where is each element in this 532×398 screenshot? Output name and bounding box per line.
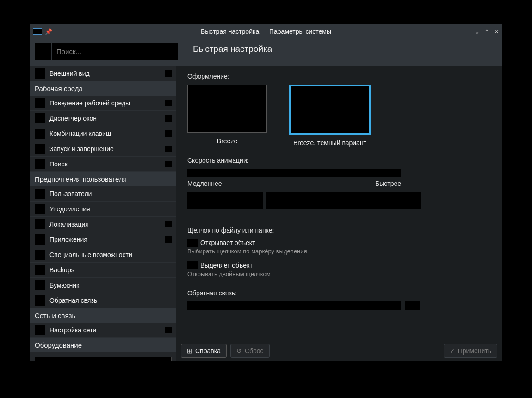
chevron-right-icon	[165, 236, 172, 243]
chevron-right-icon	[165, 130, 172, 137]
sidebar-item-label: Пользователи	[49, 190, 172, 197]
sidebar-item-label: Приложения	[49, 236, 161, 243]
apply-button[interactable]: ✓ Применить	[444, 344, 497, 358]
chevron-right-icon	[165, 115, 172, 122]
category-icon	[35, 129, 45, 139]
sidebar-item[interactable]: Локализация	[30, 217, 176, 232]
click-label: Щелчок по файлу или папке:	[187, 227, 491, 234]
sidebar-item-label: Специальные возможности	[49, 251, 172, 258]
sidebar-item[interactable]: Backups	[30, 263, 176, 278]
sidebar-item-label: Диспетчер окон	[49, 115, 161, 122]
sidebar-item-label: Обратная связь	[49, 297, 172, 304]
anim-option-2[interactable]	[266, 192, 421, 209]
category-icon	[35, 189, 45, 199]
sidebar-item-label: Бумажник	[49, 282, 172, 289]
category-icon	[35, 219, 45, 229]
footer: ⊞ Справка ↺ Сброс ✓ Применить	[176, 340, 502, 361]
radio-icon	[187, 239, 198, 247]
reset-button[interactable]: ↺ Сброс	[230, 344, 270, 358]
sidebar-item[interactable]: Поведение рабочей среды	[30, 96, 176, 111]
feedback-info-button[interactable]	[405, 301, 420, 310]
search-input[interactable]	[52, 43, 161, 60]
minimize-icon[interactable]: ⌄	[475, 28, 480, 35]
category-icon	[35, 144, 45, 154]
sidebar-item[interactable]: Комбинации клавиш	[30, 126, 176, 141]
sidebar-item[interactable]: Настройка сети	[30, 323, 176, 338]
system-settings-window: 📌 Быстрая настройка — Параметры системы …	[30, 24, 502, 361]
sidebar-item-label: Запуск и завершение	[49, 145, 161, 153]
pin-icon[interactable]: 📌	[45, 28, 52, 35]
category-icon	[35, 204, 45, 214]
chevron-right-icon	[165, 70, 172, 77]
sidebar-section-header: Сеть и связь	[30, 308, 176, 323]
titlebar[interactable]: 📌 Быстрая настройка — Параметры системы …	[30, 24, 502, 38]
sidebar-item-label: Backups	[49, 266, 172, 274]
sidebar-section-header: Оборудование	[30, 338, 176, 352]
sidebar-item-label: Настройка сети	[49, 326, 161, 334]
anim-speed-label: Скорость анимации:	[187, 157, 491, 164]
sidebar-item-label: Поиск	[49, 160, 161, 168]
chevron-right-icon	[165, 161, 172, 167]
category-icon	[35, 325, 45, 335]
radio-opens-hint: Выбирать щелчком по маркёру выделения	[187, 248, 491, 255]
anim-slow-label: Медленнее	[187, 180, 222, 187]
home-button[interactable]	[35, 43, 51, 60]
sidebar-item[interactable]: Пользователи	[30, 186, 176, 202]
sidebar-item[interactable]: Запуск и завершение	[30, 141, 176, 157]
chevron-right-icon	[165, 327, 172, 333]
anim-speed-slider[interactable]	[187, 169, 401, 177]
theme-thumbnail	[187, 85, 267, 133]
sidebar-item-label: Локализация	[49, 220, 161, 228]
divider	[187, 218, 491, 218]
theme-label: Оформление:	[187, 73, 491, 80]
window-title: Быстрая настройка — Параметры системы	[201, 28, 331, 35]
feedback-label: Обратная связь:	[187, 289, 491, 297]
category-icon	[35, 250, 45, 260]
page-title: Быстрая настройка	[183, 43, 272, 60]
sidebar-item[interactable]: Поиск	[30, 157, 176, 172]
app-icon	[33, 28, 42, 35]
theme-option[interactable]: Breeze, тёмный вариант	[289, 85, 371, 147]
category-icon	[35, 295, 45, 306]
anim-option-1[interactable]	[187, 192, 263, 209]
menu-button[interactable]	[161, 43, 178, 60]
chevron-right-icon	[165, 146, 172, 152]
theme-option[interactable]: Breeze	[187, 85, 267, 147]
sidebar-footer	[30, 352, 176, 361]
sidebar-item-label: Уведомления	[49, 205, 172, 213]
category-icon	[35, 98, 45, 108]
chevron-right-icon	[165, 100, 172, 106]
theme-label: Breeze	[187, 137, 267, 145]
sidebar-item[interactable]: Обратная связь	[30, 293, 176, 308]
radio-opens[interactable]: Открывает объект	[187, 239, 491, 247]
sidebar-footer-button[interactable]	[35, 357, 172, 361]
undo-icon: ↺	[236, 347, 242, 355]
help-icon: ⊞	[187, 347, 192, 355]
sidebar: Внешний вид Рабочая средаПоведение рабоч…	[30, 66, 176, 361]
radio-icon	[187, 261, 198, 269]
sidebar-item[interactable]: Специальные возможности	[30, 247, 176, 263]
theme-label: Breeze, тёмный вариант	[289, 139, 371, 147]
maximize-icon[interactable]: ⌃	[484, 28, 489, 35]
sidebar-item[interactable]: Диспетчер окон	[30, 111, 176, 126]
category-icon	[35, 234, 45, 245]
sidebar-item[interactable]: Уведомления	[30, 202, 176, 217]
sidebar-item[interactable]: Бумажник	[30, 278, 176, 293]
anim-fast-label: Быстрее	[375, 180, 401, 187]
content-pane: Оформление: BreezeBreeze, тёмный вариант…	[176, 66, 502, 361]
theme-thumbnail	[289, 85, 371, 135]
category-icon	[35, 265, 45, 275]
sidebar-item-label: Комбинации клавиш	[49, 130, 161, 137]
category-icon	[35, 159, 45, 169]
check-icon: ✓	[450, 347, 455, 355]
sidebar-section-header: Рабочая среда	[30, 81, 176, 96]
radio-selects[interactable]: Выделяет объект	[187, 261, 491, 269]
help-button[interactable]: ⊞ Справка	[181, 344, 227, 358]
sidebar-item-appearance[interactable]: Внешний вид	[30, 66, 176, 81]
close-icon[interactable]: ✕	[494, 28, 499, 35]
category-icon	[35, 68, 45, 79]
category-icon	[35, 113, 45, 123]
feedback-slider[interactable]	[187, 301, 401, 310]
sidebar-item-label: Поведение рабочей среды	[49, 99, 161, 107]
sidebar-item[interactable]: Приложения	[30, 232, 176, 247]
